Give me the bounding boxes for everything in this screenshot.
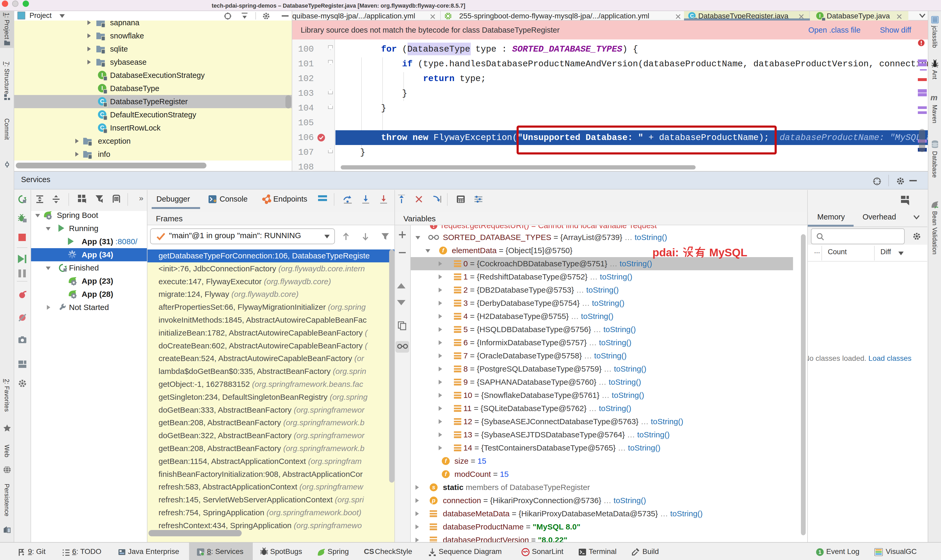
svg-text:1: 1 [818,549,821,555]
